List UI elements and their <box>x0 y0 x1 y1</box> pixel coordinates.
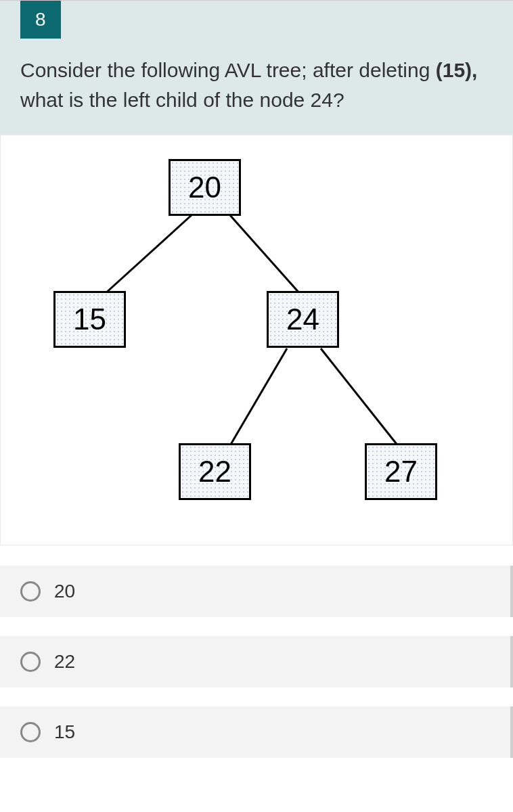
avl-tree-diagram: 20 15 24 22 27 <box>33 159 480 524</box>
tree-node-right-left: 22 <box>179 443 251 500</box>
question-text-part1: Consider the following AVL tree; after d… <box>20 59 436 81</box>
tree-node-left: 15 <box>53 291 126 348</box>
option-label: 22 <box>54 651 75 673</box>
svg-line-3 <box>321 348 399 447</box>
option-row[interactable]: 20 <box>0 566 513 617</box>
answer-options: 20 22 15 <box>0 545 513 784</box>
radio-icon[interactable] <box>20 652 41 672</box>
radio-icon[interactable] <box>20 722 41 742</box>
tree-diagram-container: 20 15 24 22 27 <box>0 135 513 545</box>
option-row[interactable]: 22 <box>0 636 513 687</box>
svg-line-1 <box>229 215 300 294</box>
tree-node-right-right: 27 <box>365 443 437 500</box>
option-row[interactable]: 15 <box>0 706 513 758</box>
option-label: 15 <box>54 721 75 743</box>
tree-node-root: 20 <box>169 159 241 216</box>
question-text-part2: what is the left child of the node 24? <box>20 89 344 111</box>
svg-line-2 <box>229 348 287 447</box>
question-text: Consider the following AVL tree; after d… <box>20 55 493 114</box>
svg-line-0 <box>104 215 192 294</box>
tree-node-right: 24 <box>267 291 339 348</box>
question-bold-deleted: (15), <box>436 59 478 81</box>
question-header: 8 Consider the following AVL tree; after… <box>0 0 513 135</box>
radio-icon[interactable] <box>20 581 41 602</box>
option-label: 20 <box>54 581 75 602</box>
question-number-badge: 8 <box>20 1 61 39</box>
